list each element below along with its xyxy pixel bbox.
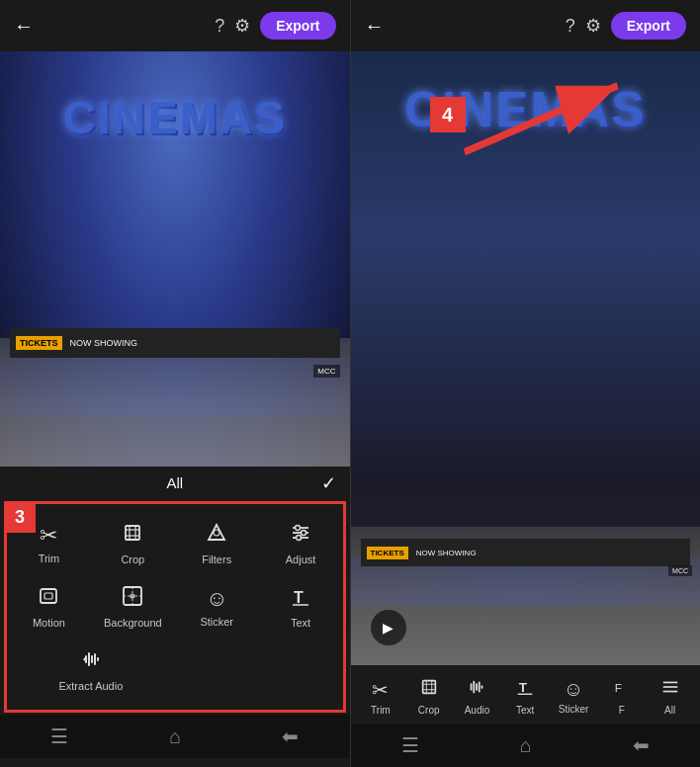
text-label: Text bbox=[291, 617, 310, 629]
svg-point-5 bbox=[214, 530, 219, 536]
left-video-preview: CINEMAS TICKETS NOW SHOWING MCC bbox=[0, 51, 350, 467]
left-bottom-section: All ✓ 3 ✂ Trim bbox=[0, 467, 350, 715]
right-all-icon bbox=[660, 677, 680, 702]
step4-badge: 4 bbox=[430, 97, 466, 132]
tool-sticker[interactable]: ☺ Sticker bbox=[175, 575, 259, 639]
adjust-label: Adjust bbox=[286, 554, 316, 565]
text-icon: T bbox=[290, 585, 311, 613]
right-all-label: All bbox=[664, 705, 675, 716]
svg-point-9 bbox=[296, 526, 301, 531]
trim-icon: ✂ bbox=[40, 523, 57, 549]
crop-icon bbox=[122, 522, 143, 550]
step3-badge: 3 bbox=[4, 501, 36, 533]
right-trim-label: Trim bbox=[371, 705, 391, 716]
right-bottom-nav: ☰ ⌂ ⬅ bbox=[351, 724, 701, 767]
right-tool-text[interactable]: T Text bbox=[503, 677, 547, 716]
adjust-icon bbox=[290, 522, 311, 550]
right-export-button[interactable]: Export bbox=[611, 12, 686, 40]
right-tools-row: ✂ Trim Crop bbox=[351, 673, 701, 720]
tool-text[interactable]: T Text bbox=[259, 575, 343, 639]
right-play-button[interactable]: ▶ bbox=[371, 610, 406, 645]
right-nav-menu[interactable]: ☰ bbox=[401, 733, 419, 757]
tool-background[interactable]: Background bbox=[91, 575, 175, 639]
sticker-icon: ☺ bbox=[206, 586, 227, 612]
tool-motion[interactable]: Motion bbox=[7, 575, 91, 639]
svg-rect-22 bbox=[422, 681, 435, 694]
right-tool-trim[interactable]: ✂ Trim bbox=[359, 678, 402, 716]
right-tickets-label: TICKETS bbox=[367, 547, 408, 559]
right-settings-icon[interactable]: ⚙ bbox=[585, 15, 601, 37]
right-tool-crop[interactable]: Crop bbox=[407, 677, 451, 716]
left-mcc-sign: MCC bbox=[313, 365, 339, 378]
left-panel: ← ? ⚙ Export CINEMAS TICKETS NOW SHOWING… bbox=[0, 0, 350, 767]
svg-rect-13 bbox=[44, 593, 52, 599]
right-nav-back[interactable]: ⬅ bbox=[633, 733, 650, 757]
background-label: Background bbox=[104, 617, 162, 629]
right-cinemas-text: CINEMAS bbox=[351, 81, 701, 138]
left-export-button[interactable]: Export bbox=[260, 12, 335, 40]
right-panel-inner: ← ? ⚙ Export CINEMAS TICKETS NOW SHOWING… bbox=[351, 0, 701, 767]
tool-filters[interactable]: Filters bbox=[175, 512, 259, 575]
tool-crop[interactable]: Crop bbox=[91, 512, 175, 575]
motion-icon bbox=[38, 585, 59, 613]
right-text-icon: T bbox=[515, 677, 535, 702]
left-bottom-nav: ☰ ⌂ ⬅ bbox=[0, 715, 350, 758]
left-cinemas-text: CINEMAS bbox=[0, 91, 350, 144]
svg-text:T: T bbox=[294, 589, 304, 606]
right-text-label: Text bbox=[516, 705, 534, 716]
left-help-icon[interactable]: ? bbox=[215, 16, 224, 37]
svg-rect-12 bbox=[41, 589, 56, 603]
right-crop-label: Crop bbox=[418, 705, 440, 716]
filters-icon bbox=[206, 522, 227, 550]
svg-point-10 bbox=[302, 531, 306, 536]
left-back-button[interactable]: ← bbox=[14, 15, 34, 38]
svg-rect-0 bbox=[126, 526, 139, 540]
left-tools-wrapper: 3 ✂ Trim bbox=[4, 501, 346, 713]
right-tool-f[interactable]: F F bbox=[600, 677, 644, 716]
extract-audio-icon bbox=[80, 648, 102, 676]
right-f-icon: F bbox=[612, 677, 632, 702]
right-mcc: MCC bbox=[668, 565, 692, 576]
right-now-showing: NOW SHOWING bbox=[416, 549, 477, 557]
trim-label: Trim bbox=[39, 553, 60, 564]
left-check-icon[interactable]: ✓ bbox=[321, 472, 336, 494]
right-trim-icon: ✂ bbox=[372, 678, 389, 702]
left-all-header: All ✓ bbox=[0, 467, 350, 499]
left-header: ← ? ⚙ Export bbox=[0, 0, 350, 51]
tool-adjust[interactable]: Adjust bbox=[259, 512, 343, 575]
svg-point-11 bbox=[297, 536, 302, 541]
play-icon: ▶ bbox=[383, 620, 394, 636]
right-tool-sticker[interactable]: ☺ Sticker bbox=[552, 678, 595, 715]
left-tools-grid: ✂ Trim Crop bbox=[7, 504, 343, 710]
left-settings-icon[interactable]: ⚙ bbox=[234, 15, 250, 37]
right-toolbar: ✂ Trim Crop bbox=[351, 665, 701, 724]
left-tickets-label: TICKETS bbox=[16, 336, 62, 350]
left-header-right: ? ⚙ Export bbox=[215, 12, 335, 40]
right-sticker-icon: ☺ bbox=[564, 678, 583, 701]
right-tool-audio[interactable]: Audio bbox=[455, 677, 498, 716]
svg-text:T: T bbox=[519, 680, 528, 695]
left-nav-home[interactable]: ⌂ bbox=[169, 725, 181, 748]
sticker-label: Sticker bbox=[200, 616, 233, 628]
right-nav-home[interactable]: ⌂ bbox=[520, 734, 532, 757]
filters-label: Filters bbox=[202, 554, 231, 565]
right-audio-icon bbox=[467, 677, 486, 702]
extract-audio-label: Extract Audio bbox=[58, 680, 123, 692]
right-help-icon[interactable]: ? bbox=[566, 16, 575, 37]
right-sticker-label: Sticker bbox=[559, 704, 589, 715]
motion-label: Motion bbox=[33, 617, 65, 629]
left-all-label: All bbox=[166, 474, 183, 491]
left-now-showing: NOW SHOWING bbox=[70, 338, 138, 348]
tool-extract-audio[interactable]: Extract Audio bbox=[7, 639, 175, 702]
left-nav-back[interactable]: ⬅ bbox=[282, 724, 299, 748]
svg-text:F: F bbox=[615, 681, 622, 695]
right-f-label: F bbox=[619, 705, 625, 716]
left-nav-menu[interactable]: ☰ bbox=[50, 724, 68, 748]
crop-label: Crop bbox=[121, 554, 144, 565]
left-tickets-bar: TICKETS NOW SHOWING bbox=[10, 328, 340, 358]
right-header-right: ? ⚙ Export bbox=[566, 12, 686, 40]
right-header: ← ? ⚙ Export bbox=[351, 0, 701, 51]
right-audio-label: Audio bbox=[465, 705, 490, 716]
right-tool-all[interactable]: All bbox=[649, 677, 692, 716]
right-back-button[interactable]: ← bbox=[365, 15, 385, 38]
